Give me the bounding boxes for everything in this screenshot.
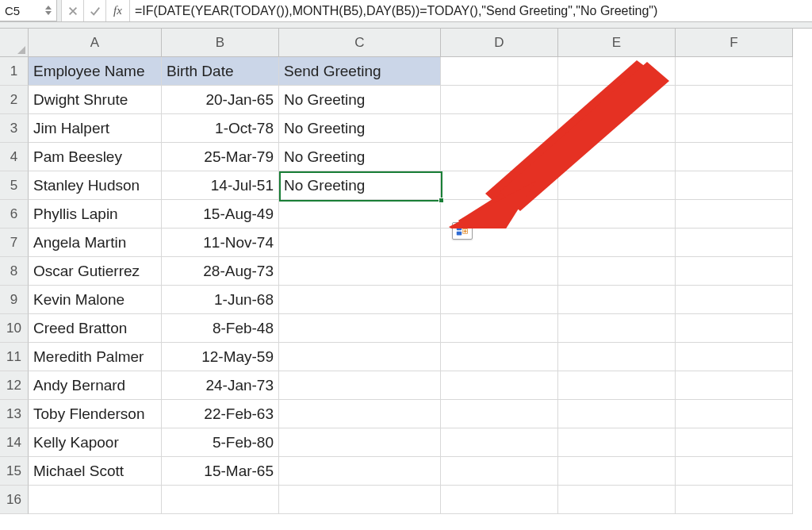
cell-E12[interactable] <box>558 371 676 400</box>
cell-B10[interactable]: 8-Feb-48 <box>162 314 279 343</box>
row-head-4[interactable]: 4 <box>0 143 29 171</box>
cell-C7[interactable] <box>279 229 441 257</box>
cell-D5[interactable] <box>441 171 558 200</box>
cell-B5[interactable]: 14-Jul-51 <box>162 171 279 200</box>
row-head-13[interactable]: 13 <box>0 400 29 428</box>
cell-E6[interactable] <box>558 200 676 229</box>
row-head-2[interactable]: 2 <box>0 86 29 114</box>
name-box[interactable]: C5 <box>0 0 57 21</box>
cell-E10[interactable] <box>558 314 676 343</box>
cell-E5[interactable] <box>558 171 676 200</box>
cell-F11[interactable] <box>676 343 793 371</box>
col-head-D[interactable]: D <box>441 29 558 57</box>
cell-D10[interactable] <box>441 314 558 343</box>
cell-B1[interactable]: Birth Date <box>162 57 279 86</box>
cell-C13[interactable] <box>279 400 441 428</box>
cell-C4[interactable]: No Greeting <box>279 143 441 171</box>
cell-F2[interactable] <box>676 86 793 114</box>
row-head-5[interactable]: 5 <box>0 171 29 200</box>
cell-B6[interactable]: 15-Aug-49 <box>162 200 279 229</box>
cell-A7[interactable]: Angela Martin <box>29 229 162 257</box>
cell-A11[interactable]: Meredith Palmer <box>29 343 162 371</box>
cell-A16[interactable] <box>29 486 162 514</box>
row-head-6[interactable]: 6 <box>0 200 29 229</box>
cell-D14[interactable] <box>441 428 558 457</box>
row-head-3[interactable]: 3 <box>0 114 29 143</box>
col-head-E[interactable]: E <box>558 29 676 57</box>
cell-A1[interactable]: Employee Name <box>29 57 162 86</box>
cancel-formula-button[interactable] <box>62 0 84 21</box>
cell-F7[interactable] <box>676 229 793 257</box>
row-head-9[interactable]: 9 <box>0 286 29 314</box>
row-head-7[interactable]: 7 <box>0 229 29 257</box>
cell-B8[interactable]: 28-Aug-73 <box>162 257 279 286</box>
cell-E13[interactable] <box>558 400 676 428</box>
cell-E11[interactable] <box>558 343 676 371</box>
cell-D11[interactable] <box>441 343 558 371</box>
col-head-C[interactable]: C <box>279 29 441 57</box>
row-head-8[interactable]: 8 <box>0 257 29 286</box>
cell-A13[interactable]: Toby Flenderson <box>29 400 162 428</box>
cell-E1[interactable] <box>558 57 676 86</box>
cell-A14[interactable]: Kelly Kapoor <box>29 428 162 457</box>
cell-F5[interactable] <box>676 171 793 200</box>
cell-C14[interactable] <box>279 428 441 457</box>
cell-A5[interactable]: Stanley Hudson <box>29 171 162 200</box>
cell-F10[interactable] <box>676 314 793 343</box>
cell-A3[interactable]: Jim Halpert <box>29 114 162 143</box>
cell-E8[interactable] <box>558 257 676 286</box>
cell-A12[interactable]: Andy Bernard <box>29 371 162 400</box>
cell-C15[interactable] <box>279 457 441 486</box>
cell-F15[interactable] <box>676 457 793 486</box>
cell-D9[interactable] <box>441 286 558 314</box>
cell-D4[interactable] <box>441 143 558 171</box>
cell-C1[interactable]: Send Greeting <box>279 57 441 86</box>
cell-B7[interactable]: 11-Nov-74 <box>162 229 279 257</box>
col-head-B[interactable]: B <box>162 29 279 57</box>
cell-A2[interactable]: Dwight Shrute <box>29 86 162 114</box>
cell-F4[interactable] <box>676 143 793 171</box>
row-head-16[interactable]: 16 <box>0 486 29 514</box>
cell-A10[interactable]: Creed Bratton <box>29 314 162 343</box>
cell-D3[interactable] <box>441 114 558 143</box>
row-head-11[interactable]: 11 <box>0 343 29 371</box>
formula-input[interactable]: =IF(DATE(YEAR(TODAY()),MONTH(B5),DAY(B5)… <box>130 0 812 21</box>
cell-C6[interactable] <box>279 200 441 229</box>
cell-C9[interactable] <box>279 286 441 314</box>
confirm-formula-button[interactable] <box>84 0 106 21</box>
cell-E4[interactable] <box>558 143 676 171</box>
cell-B14[interactable]: 5-Feb-80 <box>162 428 279 457</box>
cell-E2[interactable] <box>558 86 676 114</box>
cell-F9[interactable] <box>676 286 793 314</box>
cell-A8[interactable]: Oscar Gutierrez <box>29 257 162 286</box>
cell-B9[interactable]: 1-Jun-68 <box>162 286 279 314</box>
cell-F16[interactable] <box>676 486 793 514</box>
cell-F14[interactable] <box>676 428 793 457</box>
col-head-A[interactable]: A <box>29 29 162 57</box>
cell-A9[interactable]: Kevin Malone <box>29 286 162 314</box>
cell-E7[interactable] <box>558 229 676 257</box>
cell-F8[interactable] <box>676 257 793 286</box>
row-head-10[interactable]: 10 <box>0 314 29 343</box>
cell-F1[interactable] <box>676 57 793 86</box>
cell-A4[interactable]: Pam Beesley <box>29 143 162 171</box>
cell-C2[interactable]: No Greeting <box>279 86 441 114</box>
cell-F13[interactable] <box>676 400 793 428</box>
row-head-14[interactable]: 14 <box>0 428 29 457</box>
cell-A15[interactable]: Michael Scott <box>29 457 162 486</box>
col-head-F[interactable]: F <box>676 29 793 57</box>
cell-E16[interactable] <box>558 486 676 514</box>
cell-C5[interactable]: No Greeting <box>279 171 441 200</box>
row-head-1[interactable]: 1 <box>0 57 29 86</box>
cell-E3[interactable] <box>558 114 676 143</box>
cell-C10[interactable] <box>279 314 441 343</box>
cell-B4[interactable]: 25-Mar-79 <box>162 143 279 171</box>
cell-D16[interactable] <box>441 486 558 514</box>
cell-D15[interactable] <box>441 457 558 486</box>
cell-C11[interactable] <box>279 343 441 371</box>
cell-D8[interactable] <box>441 257 558 286</box>
row-head-15[interactable]: 15 <box>0 457 29 486</box>
cell-C16[interactable] <box>279 486 441 514</box>
cell-B2[interactable]: 20-Jan-65 <box>162 86 279 114</box>
cell-D12[interactable] <box>441 371 558 400</box>
